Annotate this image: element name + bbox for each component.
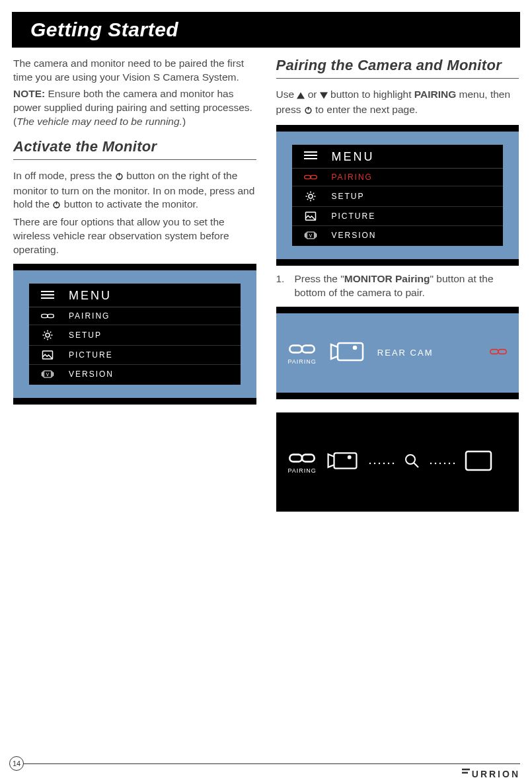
search-screen: PAIRING [276,419,519,505]
up-triangle-icon [297,89,305,103]
svg-text:V: V [46,372,50,377]
svg-marker-17 [297,93,305,99]
svg-rect-39 [498,349,506,354]
activate-p2: There are four options that allow you to… [13,215,256,257]
step-1: 1. Press the "MONITOR Pairing" button at… [276,272,519,300]
page-number: 14 [9,756,24,771]
link-icon [289,341,315,357]
svg-rect-8 [48,314,54,317]
note-italic: The vehicle may need to be running. [17,116,182,127]
dots-icon [368,456,395,468]
search-icon [404,453,420,471]
picture-icon [41,350,54,360]
screen-bezel: MENU PAIRING SETUP [13,270,256,398]
menu-item-version: V VERSION [29,365,241,385]
text-fragment: In off mode, press the [13,170,115,181]
menu-title: MENU [69,289,112,303]
menu-header: MENU [29,284,241,307]
power-icon [115,171,124,184]
menu-title: MENU [332,150,375,164]
brand-logo: URRION [461,768,520,779]
svg-point-50 [406,455,415,464]
menu-label: PICTURE [69,350,113,360]
divider [13,159,256,160]
svg-rect-40 [290,454,303,461]
note-label: NOTE: [13,88,45,99]
note-paragraph: NOTE: Ensure both the camera and monitor… [13,87,256,129]
power-icon [52,199,61,213]
menu-item-picture: PICTURE [29,346,241,365]
screen-bezel: PAIRING [276,419,519,505]
svg-point-55 [444,462,445,463]
version-icon: V [41,369,54,379]
pairing-heading: Pairing the Camera and Monitor [276,57,519,74]
menu-label: VERSION [69,370,114,379]
svg-point-56 [449,462,450,463]
menu-item-pairing-selected: PAIRING [292,169,504,186]
menu-label: PICTURE [332,212,376,221]
menu-label: SETUP [332,192,365,201]
menu-screen: MENU PAIRING SETUP [29,284,241,385]
text-fragment: button to activate the monitor. [64,198,198,210]
svg-point-57 [453,462,455,463]
svg-text:V: V [309,233,312,238]
svg-point-48 [388,462,389,463]
menu-item-picture: PICTURE [292,207,504,226]
svg-point-26 [309,194,313,198]
intro-paragraph: The camera and monitor need to be paired… [13,57,256,85]
pairing-screen: PAIRING REAR CAM [276,313,519,393]
svg-rect-41 [302,454,315,461]
svg-line-51 [414,463,418,467]
svg-point-9 [46,333,50,337]
link-icon [289,450,315,466]
divider [276,78,519,79]
svg-point-44 [369,462,371,463]
svg-rect-25 [311,175,317,178]
svg-point-47 [383,462,385,463]
svg-marker-18 [320,93,328,99]
camera-icon [328,338,365,368]
menu-label: PAIRING [332,173,373,182]
pairing-icon-block: PAIRING [288,450,317,474]
text-bold: MONITOR Pairing [344,273,430,284]
svg-point-49 [393,462,394,463]
brand-text: URRION [472,769,520,779]
down-triangle-icon [320,89,328,103]
svg-point-45 [374,462,375,463]
menu-item-setup: SETUP [292,186,504,207]
svg-point-46 [379,462,380,463]
page-footer: 14 URRION [12,763,520,764]
camera-icon [326,448,359,476]
note-close: ) [182,116,186,127]
svg-rect-36 [338,343,363,360]
hamburger-icon [41,290,54,302]
menu-screenshot-selected: MENU PAIRING SETUP [276,125,519,266]
gear-icon [304,190,317,202]
pairing-icon-block: PAIRING [288,341,317,365]
gear-icon [41,329,54,341]
text-fragment: or [308,89,320,100]
right-column: Pairing the Camera and Monitor Use or bu… [276,57,519,512]
monitor-icon [465,450,492,474]
link-icon-red [490,346,507,360]
pairing-intro: Use or button to highlight PAIRING menu,… [276,88,519,118]
menu-label: SETUP [69,331,102,340]
text-fragment: button to highlight [330,89,414,100]
step-number: 1. [276,272,288,300]
svg-rect-38 [490,349,498,354]
version-icon: V [304,230,317,241]
brand-f-icon [461,768,471,779]
text-fragment: to enter the next page. [315,104,418,115]
menu-label: PAIRING [69,311,110,321]
text-bold: PAIRING [414,89,456,100]
svg-rect-34 [290,345,303,352]
power-icon [304,104,313,118]
menu-screen: MENU PAIRING SETUP [292,145,504,246]
svg-rect-42 [334,453,356,468]
svg-point-37 [354,346,356,349]
rear-cam-label: REAR CAM [377,348,434,358]
content-columns: The camera and monitor need to be paired… [0,48,532,512]
page-title: Getting Started [30,19,502,41]
screen-bezel: MENU PAIRING SETUP [276,132,519,259]
svg-rect-7 [42,314,48,317]
